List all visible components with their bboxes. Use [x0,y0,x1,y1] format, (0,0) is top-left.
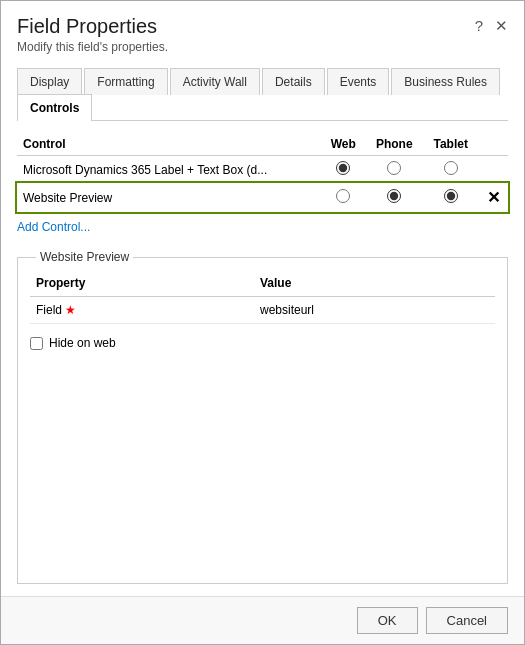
property-name: Field ★ [30,297,254,324]
property-table: Property Value Field ★ websiteurl [30,272,495,324]
tablet-radio-row2[interactable] [444,189,458,203]
phone-radio-row2[interactable] [387,189,401,203]
tablet-radio-row1[interactable] [444,161,458,175]
property-value: websiteurl [254,297,495,324]
dialog-header-controls: ? ✕ [475,15,508,35]
dialog-title: Field Properties [17,15,168,38]
dialog-footer: OK Cancel [1,596,524,644]
website-preview-legend: Website Preview [36,250,133,264]
tab-formatting[interactable]: Formatting [84,68,167,95]
close-icon[interactable]: ✕ [495,17,508,35]
header-left: Field Properties Modify this field's pro… [17,15,168,54]
col-header-web: Web [321,133,365,156]
cancel-button[interactable]: Cancel [426,607,508,634]
controls-table: Control Web Phone Tablet Microsoft Dynam… [17,133,508,212]
help-icon[interactable]: ? [475,17,483,35]
table-row: Microsoft Dynamics 365 Label + Text Box … [17,156,508,184]
tab-details[interactable]: Details [262,68,325,95]
delete-cell: ✕ [478,183,508,212]
web-radio-cell [321,183,365,212]
control-name: Microsoft Dynamics 365 Label + Text Box … [17,156,321,184]
col-header-control: Control [17,133,321,156]
col-header-tablet: Tablet [423,133,478,156]
hide-on-web-checkbox[interactable] [30,337,43,350]
dialog-header: Field Properties Modify this field's pro… [1,1,524,58]
web-radio-row1[interactable] [336,161,350,175]
tab-content: Control Web Phone Tablet Microsoft Dynam… [1,121,524,596]
website-preview-section: Website Preview Property Value Field ★ w… [17,250,508,584]
field-properties-dialog: Field Properties Modify this field's pro… [0,0,525,645]
dialog-subtitle: Modify this field's properties. [17,40,168,54]
control-name: Website Preview [17,183,321,212]
phone-radio-cell [365,183,423,212]
tab-business-rules[interactable]: Business Rules [391,68,500,95]
delete-control-button[interactable]: ✕ [484,188,502,207]
property-row: Field ★ websiteurl [30,297,495,324]
ok-button[interactable]: OK [357,607,418,634]
tabs-bar: Display Formatting Activity Wall Details… [17,68,508,121]
hide-on-web-label: Hide on web [49,336,116,350]
tab-display[interactable]: Display [17,68,82,95]
tab-activity-wall[interactable]: Activity Wall [170,68,260,95]
col-header-phone: Phone [365,133,423,156]
phone-radio-cell [365,156,423,184]
add-control-link[interactable]: Add Control... [17,220,508,234]
tablet-radio-cell [423,183,478,212]
web-radio-cell [321,156,365,184]
tab-events[interactable]: Events [327,68,390,95]
value-col-header: Value [254,272,495,297]
tablet-radio-cell [423,156,478,184]
table-row: Website Preview ✕ [17,183,508,212]
hide-on-web-container: Hide on web [30,324,495,350]
required-star: ★ [65,303,76,317]
phone-radio-row1[interactable] [387,161,401,175]
tab-controls[interactable]: Controls [17,94,92,121]
web-radio-row2[interactable] [336,189,350,203]
property-col-header: Property [30,272,254,297]
